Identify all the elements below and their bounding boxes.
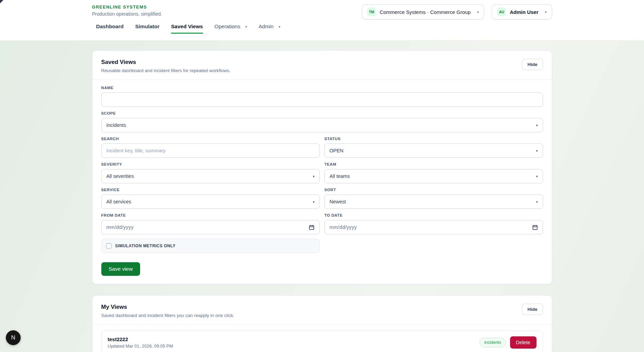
org-badge: TM bbox=[367, 7, 376, 16]
severity-label: SEVERITY bbox=[101, 162, 320, 166]
name-input[interactable] bbox=[101, 93, 543, 107]
scope-select[interactable]: Incidents ▾ bbox=[101, 118, 543, 132]
org-switcher-label: Commerce Systems · Commerce Group bbox=[380, 9, 471, 15]
team-label: TEAM bbox=[324, 162, 543, 166]
tab-label: Dashboard bbox=[96, 23, 124, 30]
chevron-down-icon: ▾ bbox=[278, 25, 280, 29]
chevron-down-icon: ▾ bbox=[536, 123, 538, 127]
sort-select-value: Newest bbox=[329, 199, 346, 204]
status-select-value: OPEN bbox=[329, 148, 343, 153]
severity-select[interactable]: All severities ▾ bbox=[101, 169, 320, 183]
search-label: SEARCH bbox=[101, 137, 320, 141]
from-date-input[interactable]: mm/dd/yyyy bbox=[101, 220, 320, 234]
tab-saved-views[interactable]: Saved Views bbox=[171, 23, 203, 34]
chevron-down-icon: ▾ bbox=[536, 149, 538, 153]
chevron-down-icon: ▾ bbox=[477, 10, 479, 14]
saved-view-info: test2222 Updated Mar 01, 2026, 09:05 PM bbox=[108, 336, 173, 349]
divider bbox=[92, 79, 552, 80]
main-nav: Dashboard Simulator Saved Views Operatio… bbox=[92, 23, 552, 34]
chevron-down-icon: ▾ bbox=[536, 174, 538, 178]
chevron-down-icon: ▾ bbox=[313, 200, 315, 204]
chevron-down-icon: ▾ bbox=[545, 10, 546, 14]
user-avatar: AU bbox=[497, 7, 506, 16]
from-date-label: FROM DATE bbox=[101, 213, 320, 217]
status-select[interactable]: OPEN ▾ bbox=[324, 144, 543, 158]
simulation-metrics-label: SIMULATION METRICS ONLY bbox=[115, 244, 176, 248]
corner-wedge-decoration bbox=[0, 0, 3, 3]
tab-label: Admin bbox=[258, 23, 273, 30]
user-menu-label: Admin User bbox=[510, 9, 538, 15]
brand-block: GREENLINE SYSTEMS Production operations,… bbox=[92, 4, 162, 17]
service-label: SERVICE bbox=[101, 188, 320, 192]
hide-my-views-button[interactable]: Hide bbox=[522, 304, 543, 315]
card-title: My Views bbox=[101, 304, 235, 311]
chevron-down-icon: ▾ bbox=[245, 25, 247, 29]
scope-label: SCOPE bbox=[101, 111, 543, 115]
tab-label: Operations bbox=[215, 23, 240, 30]
chevron-down-icon: ▾ bbox=[313, 174, 315, 178]
my-views-card-heading: My Views Saved dashboard and incident fi… bbox=[101, 304, 235, 318]
org-switcher-dropdown[interactable]: TM Commerce Systems · Commerce Group ▾ bbox=[362, 4, 485, 19]
saved-view-list-item: test2222 Updated Mar 01, 2026, 09:05 PM … bbox=[101, 331, 543, 352]
team-select-value: All teams bbox=[329, 173, 350, 179]
calendar-icon[interactable] bbox=[532, 224, 538, 230]
divider bbox=[92, 324, 552, 324]
delete-view-button[interactable]: Delete bbox=[510, 336, 537, 349]
tab-operations[interactable]: Operations▾ bbox=[215, 23, 247, 34]
dev-tools-label: N bbox=[11, 334, 15, 341]
from-date-placeholder: mm/dd/yyyy bbox=[106, 224, 134, 230]
name-label: NAME bbox=[101, 86, 543, 90]
simulation-metrics-only-toggle[interactable]: SIMULATION METRICS ONLY bbox=[101, 239, 320, 253]
severity-select-value: All severities bbox=[106, 173, 134, 179]
card-subtitle: Saved dashboard and incident filters you… bbox=[101, 313, 235, 318]
scope-select-value: Incidents bbox=[106, 122, 126, 128]
simulation-metrics-checkbox[interactable] bbox=[106, 243, 112, 249]
dev-tools-button[interactable]: N bbox=[6, 330, 21, 345]
brand-tagline: Production operations, simplified. bbox=[92, 11, 162, 17]
to-date-input[interactable]: mm/dd/yyyy bbox=[324, 220, 543, 234]
saved-view-updated: Updated Mar 01, 2026, 09:05 PM bbox=[108, 343, 173, 349]
user-menu-dropdown[interactable]: AU Admin User ▾ bbox=[492, 4, 552, 19]
card-title: Saved Views bbox=[101, 59, 231, 66]
search-input[interactable] bbox=[101, 144, 320, 158]
hide-saved-views-button[interactable]: Hide bbox=[522, 59, 543, 70]
sort-label: SORT bbox=[324, 188, 543, 192]
tab-dashboard[interactable]: Dashboard bbox=[96, 23, 124, 34]
tab-label: Saved Views bbox=[171, 23, 203, 30]
team-select[interactable]: All teams ▾ bbox=[324, 169, 543, 183]
card-subtitle: Reusable dashboard and incident filters … bbox=[101, 68, 231, 73]
calendar-icon[interactable] bbox=[309, 224, 315, 230]
scope-badge: incidents bbox=[479, 338, 506, 347]
status-label: STATUS bbox=[324, 137, 543, 141]
my-views-card: My Views Saved dashboard and incident fi… bbox=[92, 295, 552, 352]
tab-admin[interactable]: Admin▾ bbox=[258, 23, 280, 34]
to-date-placeholder: mm/dd/yyyy bbox=[329, 224, 357, 230]
tab-simulator[interactable]: Simulator bbox=[135, 23, 159, 34]
saved-view-name: test2222 bbox=[108, 336, 173, 342]
app-header: GREENLINE SYSTEMS Production operations,… bbox=[0, 0, 644, 41]
saved-views-card-heading: Saved Views Reusable dashboard and incid… bbox=[101, 59, 231, 73]
brand-name: GREENLINE SYSTEMS bbox=[92, 4, 162, 10]
tab-label: Simulator bbox=[135, 23, 159, 30]
service-select-value: All services bbox=[106, 199, 131, 204]
to-date-label: TO DATE bbox=[324, 213, 543, 217]
sort-select[interactable]: Newest ▾ bbox=[324, 195, 543, 209]
service-select[interactable]: All services ▾ bbox=[101, 195, 320, 209]
saved-views-card: Saved Views Reusable dashboard and incid… bbox=[92, 50, 552, 284]
save-view-button[interactable]: Save view bbox=[101, 262, 140, 276]
chevron-down-icon: ▾ bbox=[536, 200, 538, 204]
